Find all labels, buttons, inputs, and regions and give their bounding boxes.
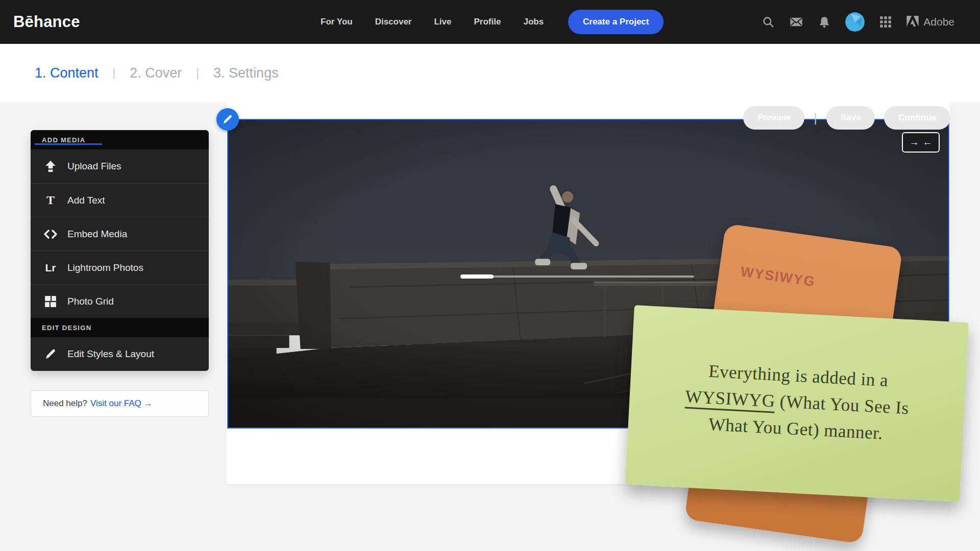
sidebar-item-add-text[interactable]: T Add Text xyxy=(31,183,209,217)
arrow-right-icon: → xyxy=(910,137,919,148)
sidebar-item-edit-styles-layout[interactable]: Edit Styles & Layout xyxy=(31,337,209,371)
adobe-brand[interactable]: Adobe xyxy=(906,16,954,29)
nav-link-for-you[interactable]: For You xyxy=(321,17,353,27)
edit-image-pencil-button[interactable] xyxy=(216,108,239,131)
active-tab-underline xyxy=(35,143,102,145)
embed-code-icon xyxy=(43,229,58,240)
notifications-bell-icon[interactable] xyxy=(817,15,831,29)
pencil-icon xyxy=(223,114,233,124)
wysiwyg-label: WYSIWYG xyxy=(740,264,816,290)
nav-link-discover[interactable]: Discover xyxy=(375,17,412,27)
apps-grid-icon[interactable] xyxy=(878,15,893,29)
nav-icon-group: Adobe xyxy=(761,0,954,44)
sidebar-item-upload-files[interactable]: Upload Files xyxy=(31,149,209,183)
top-navigation-bar: Bēhance For You Discover Live Profile Jo… xyxy=(0,0,980,44)
edit-design-section-header: EDIT DESIGN xyxy=(31,318,209,337)
nav-link-profile[interactable]: Profile xyxy=(474,17,501,27)
sidebar-item-lightroom-photos[interactable]: Lr Lightroom Photos xyxy=(31,251,209,284)
nav-link-live[interactable]: Live xyxy=(434,17,451,27)
text-tool-icon: T xyxy=(43,193,58,207)
lightroom-icon: Lr xyxy=(43,262,58,274)
help-box: Need help? Visit our FAQ → xyxy=(31,390,209,417)
tab-separator: | xyxy=(196,66,199,80)
collapse-module-button[interactable]: → ← xyxy=(902,132,940,153)
upload-icon xyxy=(43,160,58,172)
underlined-wysiwyg: WYSIWYG xyxy=(684,386,776,413)
save-button[interactable]: Save xyxy=(826,106,875,130)
arrow-left-icon: ← xyxy=(923,137,933,148)
button-divider: | xyxy=(814,111,817,125)
sidebar-item-label: Edit Styles & Layout xyxy=(67,348,154,360)
upload-progress-fill xyxy=(460,274,494,279)
user-avatar[interactable] xyxy=(845,12,865,32)
adobe-label: Adobe xyxy=(923,16,954,28)
sidebar-item-embed-media[interactable]: Embed Media xyxy=(31,217,209,251)
preview-button[interactable]: Preview xyxy=(743,106,804,130)
tab-separator: | xyxy=(113,66,116,80)
adobe-logo-icon xyxy=(906,16,919,29)
primary-nav-links: For You Discover Live Profile Jobs xyxy=(321,0,544,44)
nav-link-jobs[interactable]: Jobs xyxy=(523,17,544,27)
sidebar-item-label: Add Text xyxy=(67,195,105,206)
sidebar-item-photo-grid[interactable]: Photo Grid xyxy=(31,284,209,318)
behance-logo[interactable]: Bēhance xyxy=(13,0,80,44)
pencil-icon xyxy=(43,348,58,360)
header-action-buttons: Preview | Save Continue xyxy=(743,106,950,130)
faq-link[interactable]: Visit our FAQ → xyxy=(90,398,153,409)
sidebar-item-label: Embed Media xyxy=(67,229,127,240)
upload-progress-track xyxy=(460,276,694,278)
sidebar-item-label: Upload Files xyxy=(67,161,121,172)
green-sticky-note: Everything is added in a WYSIWYG (What Y… xyxy=(625,305,969,502)
editor-header: 1. Content | 2. Cover | 3. Settings Prev… xyxy=(0,44,980,102)
add-media-section-header: ADD MEDIA xyxy=(31,130,209,149)
sidebar-item-label: Photo Grid xyxy=(67,296,114,307)
tab-content[interactable]: 1. Content xyxy=(35,65,99,81)
search-icon[interactable] xyxy=(761,15,775,29)
tab-settings[interactable]: 3. Settings xyxy=(213,65,279,81)
sidebar-item-label: Lightroom Photos xyxy=(67,262,143,273)
handwritten-note-text: Everything is added in a WYSIWYG (What Y… xyxy=(628,305,969,450)
messages-icon[interactable] xyxy=(789,15,803,29)
photo-grid-icon xyxy=(43,295,58,308)
help-text: Need help? xyxy=(43,398,87,409)
continue-button[interactable]: Continue xyxy=(884,106,950,130)
step-tabs: 1. Content | 2. Cover | 3. Settings xyxy=(35,44,279,102)
add-media-sidebar: ADD MEDIA Upload Files T Add Text Embed … xyxy=(31,130,209,371)
tab-cover[interactable]: 2. Cover xyxy=(130,65,182,81)
create-project-button[interactable]: Create a Project xyxy=(568,10,664,34)
